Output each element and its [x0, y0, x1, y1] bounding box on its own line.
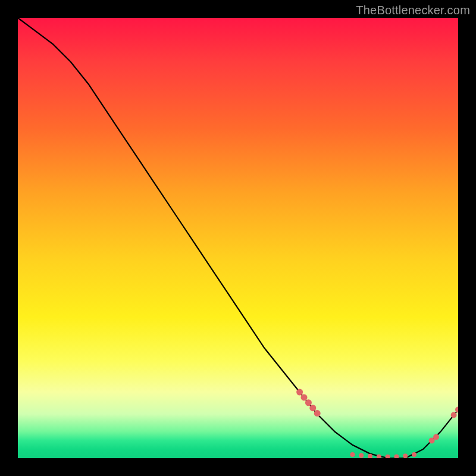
- chart-stage: TheBottlenecker.com: [0, 0, 476, 476]
- data-point: [386, 455, 390, 458]
- data-point: [433, 434, 439, 440]
- data-point: [377, 454, 381, 458]
- chart-svg: [18, 18, 458, 458]
- data-point: [301, 394, 308, 400]
- data-point: [305, 399, 312, 406]
- data-point: [359, 453, 364, 458]
- data-point: [451, 412, 457, 418]
- plot-area: [18, 18, 458, 458]
- data-point: [394, 454, 399, 458]
- data-point: [350, 452, 355, 457]
- data-point: [412, 452, 416, 457]
- data-point: [455, 407, 458, 413]
- data-point: [296, 389, 303, 396]
- data-point: [403, 453, 408, 458]
- data-point: [314, 410, 321, 416]
- data-point: [309, 405, 316, 411]
- curve-line: [18, 18, 458, 458]
- watermark-text: TheBottlenecker.com: [356, 4, 470, 17]
- data-markers: [296, 389, 458, 459]
